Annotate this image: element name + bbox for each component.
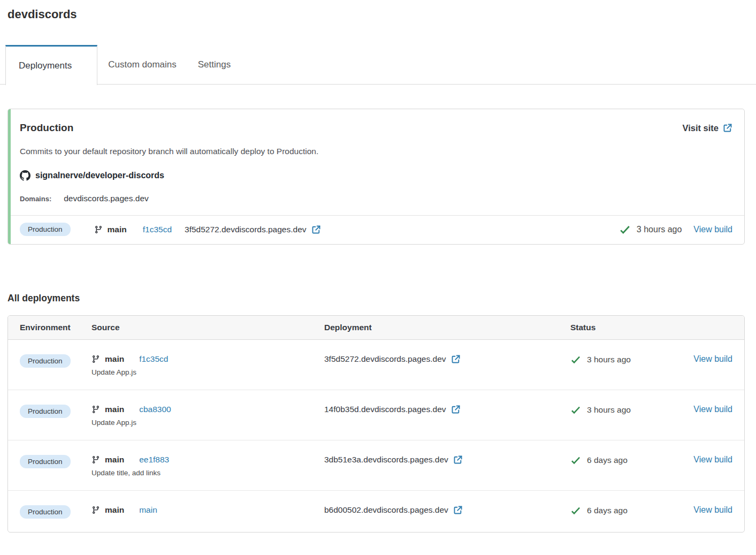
all-deployments-heading: All deployments xyxy=(7,293,745,304)
check-icon xyxy=(570,455,581,466)
branch-name: main xyxy=(105,405,124,414)
commit-link[interactable]: ee1f883 xyxy=(139,455,169,465)
commit-link[interactable]: main xyxy=(139,505,157,515)
external-link-icon xyxy=(723,123,732,133)
visit-site-link[interactable]: Visit site xyxy=(682,123,732,133)
tab-bar: Deployments Custom domains Settings xyxy=(7,45,745,85)
status-time: 6 days ago xyxy=(587,455,628,465)
branch-name: main xyxy=(108,225,127,234)
deployments-table: Environment Source Deployment Status Pro… xyxy=(7,315,745,533)
tab-deployments-label: Deployments xyxy=(19,60,72,71)
environment-badge: Production xyxy=(20,505,71,519)
repo-link[interactable]: signalnerve/developer-discords xyxy=(20,170,732,181)
git-branch-icon xyxy=(91,405,100,414)
environment-badge: Production xyxy=(20,455,71,468)
view-build-link[interactable]: View build xyxy=(693,405,732,414)
table-row: Production main main b6d00502.devdiscord… xyxy=(8,491,744,532)
view-build-link[interactable]: View build xyxy=(693,505,732,515)
environment-badge: Production xyxy=(20,223,71,236)
column-header-deployment: Deployment xyxy=(324,323,570,332)
github-icon xyxy=(20,170,30,181)
git-branch-icon xyxy=(91,455,100,464)
production-deployment-row: Production main f1c35cd 3f5d5272.devdisc… xyxy=(8,215,744,244)
tab-custom-domains-label: Custom domains xyxy=(108,59,177,70)
repo-name: signalnerve/developer-discords xyxy=(35,171,164,180)
pages-project-page: devdiscords Deployments Custom domains S… xyxy=(0,0,756,533)
commit-link[interactable]: f1c35cd xyxy=(143,225,172,234)
commit-message: Update title, add links xyxy=(91,469,324,477)
deployment-url: 3f5d5272.devdiscords.pages.dev xyxy=(324,354,446,364)
view-build-link[interactable]: View build xyxy=(693,225,732,234)
branch-name: main xyxy=(105,505,124,515)
table-row: Production main cba8300 Update App.js 14… xyxy=(8,390,744,440)
check-icon xyxy=(570,405,581,415)
production-title: Production xyxy=(20,122,73,134)
production-card: Production Visit site Commits to your de… xyxy=(7,109,745,245)
deployment-url: b6d00502.devdiscords.pages.dev xyxy=(324,505,448,515)
domains-value: devdiscords.pages.dev xyxy=(64,194,149,203)
deployment-url: 14f0b35d.devdiscords.pages.dev xyxy=(324,405,446,414)
tab-settings[interactable]: Settings xyxy=(187,45,241,85)
page-title: devdiscords xyxy=(7,6,745,21)
environment-badge: Production xyxy=(20,354,71,368)
check-icon xyxy=(619,224,631,235)
domains-label: Domains: xyxy=(20,195,51,203)
environment-badge: Production xyxy=(20,405,71,418)
visit-site-label: Visit site xyxy=(682,123,719,133)
production-description: Commits to your default repository branc… xyxy=(20,147,732,156)
production-stripe xyxy=(8,109,11,244)
external-link-icon[interactable] xyxy=(453,455,463,465)
deployment-url: 3f5d5272.devdiscords.pages.dev xyxy=(185,225,307,234)
table-header-row: Environment Source Deployment Status xyxy=(8,316,744,340)
external-link-icon[interactable] xyxy=(451,354,461,364)
external-link-icon[interactable] xyxy=(453,505,463,515)
table-row: Production main ee1f883 Update title, ad… xyxy=(8,440,744,491)
tab-deployments[interactable]: Deployments xyxy=(5,45,97,85)
view-build-link[interactable]: View build xyxy=(693,455,732,465)
check-icon xyxy=(570,505,581,516)
branch-name: main xyxy=(105,455,124,465)
git-branch-icon xyxy=(91,355,100,363)
deployment-url: 3db51e3a.devdiscords.pages.dev xyxy=(324,455,448,465)
git-branch-icon xyxy=(94,225,103,234)
tab-settings-label: Settings xyxy=(198,59,231,70)
branch-name: main xyxy=(105,354,124,364)
commit-link[interactable]: f1c35cd xyxy=(139,354,168,364)
column-header-environment: Environment xyxy=(20,323,91,332)
commit-link[interactable]: cba8300 xyxy=(139,405,171,414)
check-icon xyxy=(570,354,581,365)
external-link-icon[interactable] xyxy=(451,405,461,414)
status-time: 3 hours ago xyxy=(637,225,682,234)
view-build-link[interactable]: View build xyxy=(693,354,732,364)
column-header-source: Source xyxy=(91,323,324,332)
git-branch-icon xyxy=(91,506,100,514)
status-time: 3 hours ago xyxy=(587,405,631,415)
external-link-icon[interactable] xyxy=(311,225,321,234)
status-time: 6 days ago xyxy=(587,506,628,515)
column-header-status: Status xyxy=(570,323,732,332)
commit-message: Update App.js xyxy=(91,368,324,376)
status-time: 3 hours ago xyxy=(587,355,631,364)
commit-message: Update App.js xyxy=(91,419,324,427)
tab-custom-domains[interactable]: Custom domains xyxy=(97,45,187,85)
table-row: Production main f1c35cd Update App.js 3f… xyxy=(8,340,744,390)
